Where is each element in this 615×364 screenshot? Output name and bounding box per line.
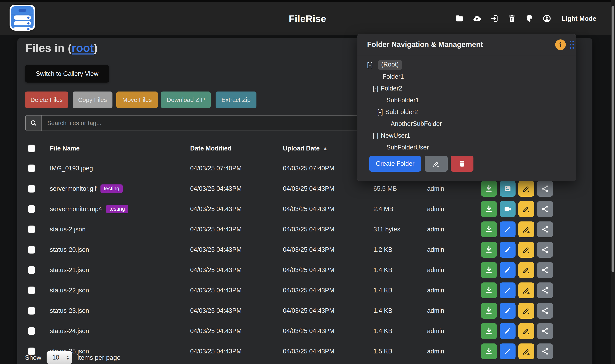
row-checkbox[interactable] <box>28 246 35 254</box>
tree-node[interactable]: [-]NewUser1 <box>357 130 576 142</box>
row-checkbox[interactable] <box>28 165 35 172</box>
share-button[interactable] <box>537 303 553 319</box>
uploader: admin <box>427 199 476 219</box>
tree-node[interactable]: [-]Folder2 <box>357 83 576 94</box>
download-zip-button[interactable]: Download ZIP <box>161 91 211 108</box>
edit-file-button[interactable] <box>500 343 516 359</box>
download-button[interactable] <box>481 181 497 197</box>
date-modified: 04/03/25 04:43PM <box>190 179 280 199</box>
preview-video-button[interactable] <box>500 201 516 217</box>
edit-file-button[interactable] <box>500 323 516 339</box>
folder-label[interactable]: Folder2 <box>381 85 402 92</box>
rename-button[interactable] <box>518 283 534 298</box>
row-checkbox[interactable] <box>28 266 35 274</box>
edit-file-button[interactable] <box>500 221 516 237</box>
row-checkbox[interactable] <box>28 205 35 213</box>
date-modified: 04/03/25 04:43PM <box>190 300 280 321</box>
table-row: servermonitor.giftesting 04/03/25 04:43P… <box>17 179 592 199</box>
row-checkbox[interactable] <box>28 286 35 294</box>
admin-shield-icon[interactable] <box>525 14 534 23</box>
tree-node[interactable]: Folder1 <box>357 71 576 83</box>
tree-node[interactable]: AnotherSubFolder <box>357 118 576 130</box>
folder-label[interactable]: SubFolder2 <box>385 108 418 116</box>
delete-folder-button[interactable] <box>451 156 473 172</box>
root-folder-link[interactable]: root <box>72 41 94 54</box>
select-all-checkbox[interactable] <box>28 144 35 152</box>
share-button[interactable] <box>537 181 553 197</box>
folder-label[interactable]: SubFolderUser <box>386 144 429 151</box>
row-checkbox[interactable] <box>28 327 35 335</box>
tree-node-root[interactable]: [-](Root) <box>357 59 576 71</box>
search-input[interactable] <box>42 116 366 130</box>
row-checkbox[interactable] <box>28 307 35 315</box>
rename-button[interactable] <box>518 201 534 217</box>
extract-zip-button[interactable]: Extract Zip <box>216 91 256 108</box>
column-date-modified[interactable]: Date Modified <box>190 141 280 156</box>
share-button[interactable] <box>537 201 553 217</box>
collapse-toggle[interactable]: [-] <box>373 132 379 139</box>
trash-restore-icon[interactable] <box>507 14 516 23</box>
sign-out-icon[interactable] <box>490 14 499 23</box>
folder-icon[interactable] <box>455 14 464 23</box>
download-button[interactable] <box>481 262 497 278</box>
folder-label[interactable]: Folder1 <box>382 73 404 80</box>
rename-button[interactable] <box>518 262 534 278</box>
light-mode-toggle[interactable]: Light Mode <box>562 15 596 22</box>
row-checkbox[interactable] <box>28 225 35 233</box>
scrollbar-track[interactable] <box>611 0 615 364</box>
edit-file-button[interactable] <box>500 262 516 278</box>
download-button[interactable] <box>481 283 497 298</box>
drag-handle-icon[interactable] <box>569 40 575 50</box>
tree-node[interactable]: [-]SubFolder2 <box>357 106 576 118</box>
scrollbar-thumb[interactable] <box>612 6 615 272</box>
download-button[interactable] <box>481 221 497 237</box>
date-modified: 04/03/25 04:43PM <box>190 199 280 219</box>
tree-node[interactable]: SubFolderUser <box>357 142 576 153</box>
share-button[interactable] <box>537 242 553 258</box>
rename-button[interactable] <box>518 323 534 339</box>
collapse-toggle[interactable]: [-] <box>377 108 383 116</box>
edit-file-button[interactable] <box>500 283 516 298</box>
column-file-name[interactable]: File Name <box>50 141 184 156</box>
edit-file-button[interactable] <box>500 303 516 319</box>
share-button[interactable] <box>537 221 553 237</box>
move-files-button[interactable]: Move Files <box>116 91 158 108</box>
share-button[interactable] <box>537 262 553 278</box>
rename-folder-button[interactable] <box>425 156 448 172</box>
collapse-toggle[interactable]: [-] <box>373 85 379 92</box>
preview-image-button[interactable] <box>500 181 516 197</box>
user-profile-icon[interactable] <box>542 14 551 23</box>
rename-button[interactable] <box>518 181 534 197</box>
row-checkbox[interactable] <box>28 185 35 193</box>
selected-folder[interactable]: (Root) <box>378 60 402 70</box>
rename-button[interactable] <box>518 221 534 237</box>
folder-label[interactable]: AnotherSubFolder <box>391 120 442 128</box>
edit-file-button[interactable] <box>500 242 516 258</box>
download-button[interactable] <box>481 201 497 217</box>
heading-suffix: ) <box>94 41 98 54</box>
files-heading: Files in (root) <box>26 41 98 54</box>
info-icon[interactable]: i <box>555 39 566 50</box>
switch-gallery-view-button[interactable]: Switch to Gallery View <box>25 65 109 83</box>
download-button[interactable] <box>481 242 497 258</box>
date-modified: 04/03/25 07:40PM <box>190 158 280 179</box>
cloud-upload-icon[interactable] <box>472 14 481 23</box>
rename-button[interactable] <box>518 343 534 359</box>
copy-files-button[interactable]: Copy Files <box>73 91 112 108</box>
tree-node[interactable]: SubFolder1 <box>357 94 576 106</box>
collapse-toggle[interactable]: [-] <box>367 61 373 68</box>
download-button[interactable] <box>481 303 497 319</box>
rename-button[interactable] <box>518 303 534 319</box>
download-button[interactable] <box>481 343 497 359</box>
share-button[interactable] <box>537 323 553 339</box>
create-folder-button[interactable]: Create Folder <box>369 156 421 172</box>
share-button[interactable] <box>537 343 553 359</box>
folder-label[interactable]: SubFolder1 <box>386 97 419 104</box>
rename-button[interactable] <box>518 242 534 258</box>
download-button[interactable] <box>481 323 497 339</box>
items-per-page-select[interactable]: 10 ▲▼ <box>47 351 72 364</box>
uploader: admin <box>427 240 476 260</box>
folder-label[interactable]: NewUser1 <box>381 132 410 139</box>
delete-files-button[interactable]: Delete Files <box>25 91 68 108</box>
share-button[interactable] <box>537 283 553 298</box>
